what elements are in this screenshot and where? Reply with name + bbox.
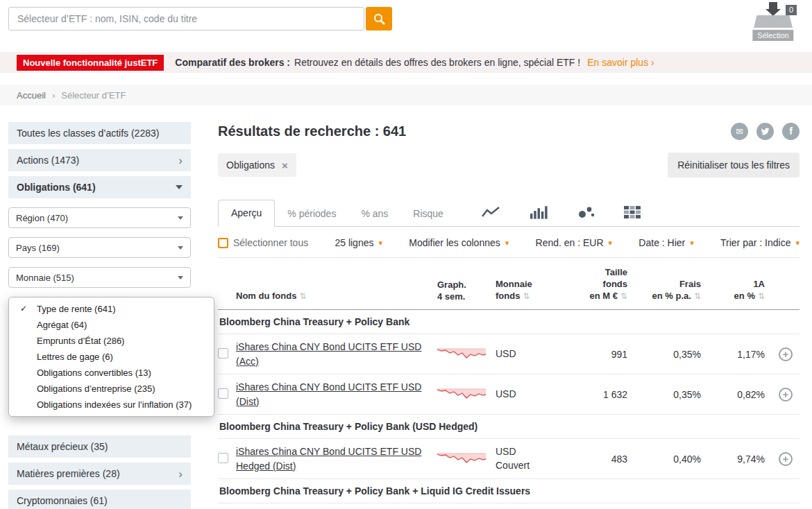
- mail-share-icon[interactable]: ✉: [731, 123, 748, 140]
- chevron-down-icon: [178, 216, 183, 220]
- rows-per-page-value: 25 lignes: [335, 237, 373, 248]
- selection-basket[interactable]: 0 Sélection: [750, 2, 797, 41]
- header-fees[interactable]: Frais en % p.a.⇅: [634, 278, 708, 302]
- line-chart-view-icon[interactable]: [481, 205, 500, 219]
- top-bar: 0 Sélection: [0, 0, 812, 43]
- share-icons: ✉ f: [731, 123, 800, 140]
- row-checkbox[interactable]: [218, 348, 228, 359]
- header-label: Frais: [634, 278, 701, 290]
- search-input[interactable]: [8, 7, 364, 31]
- header-fund-name[interactable]: Nom du fonds⇅: [236, 290, 429, 302]
- header-1y-return[interactable]: 1A en %⇅: [708, 278, 772, 302]
- return-currency-dropdown[interactable]: Rend. en : EUR ▾: [536, 237, 613, 248]
- tab-apercu[interactable]: Aperçu: [218, 200, 275, 227]
- fund-currency: USD: [496, 347, 562, 361]
- fund-name-link[interactable]: iShares China CNY Bond UCITS ETF USD (Ac…: [236, 341, 421, 366]
- sparkline-chart: [437, 451, 486, 467]
- sort-icon: ⇅: [299, 291, 306, 301]
- etf-screener-page: 0 Sélection Nouvelle fonctionnalité just…: [0, 0, 812, 509]
- fund-currency: USD: [496, 388, 562, 402]
- dropdown-option-obligations-inflation[interactable]: Obligations indexées sur l’inflation (37…: [9, 397, 214, 413]
- fund-name-link[interactable]: iShares China CNY Bond UCITS ETF USD (Di…: [236, 381, 421, 406]
- row-checkbox[interactable]: [218, 388, 228, 399]
- dropdown-option-label: Lettres de gage (6): [37, 352, 113, 362]
- reset-filters-button[interactable]: Réinitialiser tous les filtres: [668, 153, 800, 178]
- dropdown-option-lettres-de-gage[interactable]: Lettres de gage (6): [9, 349, 214, 365]
- results-header: Résultats de recherche : 641 ✉ f: [218, 122, 800, 140]
- chevron-down-icon: [176, 185, 183, 189]
- filter-chip-obligations[interactable]: Obligations ×: [218, 153, 296, 177]
- select-all-checkbox[interactable]: [218, 238, 228, 248]
- sidebar-item-metaux-precieux[interactable]: Métaux précieux (35): [8, 435, 191, 458]
- country-select[interactable]: Pays (169): [8, 237, 191, 258]
- date-value: Date : Hier: [638, 237, 685, 248]
- sidebar-item-matieres-premieres[interactable]: Matières premières (28) ›: [8, 463, 191, 485]
- sort-by-dropdown[interactable]: Trier par : Indice ▾: [720, 237, 800, 248]
- sidebar-item-label: Matières premières (28): [17, 468, 120, 479]
- chevron-down-icon: [178, 276, 183, 279]
- etf-search: [8, 7, 392, 31]
- tab-ans[interactable]: % ans: [348, 201, 400, 227]
- fund-fees: 0,35%: [634, 349, 708, 360]
- sidebar-item-all-asset-classes[interactable]: Toutes les classes d’actifs (2283): [8, 122, 191, 144]
- bar-chart-view-icon[interactable]: [530, 205, 548, 219]
- caret-down-icon: ▾: [378, 239, 382, 248]
- header-label: en % p.a.: [652, 291, 691, 301]
- bond-type-dropdown-menu: ✓ Type de rente (641) Agrégat (64) Empru…: [8, 297, 214, 417]
- add-to-selection-button[interactable]: +: [779, 347, 793, 361]
- sidebar-item-actions[interactable]: Actions (1473) ›: [8, 149, 191, 171]
- heatmap-view-icon[interactable]: [624, 205, 641, 219]
- region-select-value: Région (470): [16, 213, 68, 223]
- header-label: Graph.: [437, 279, 496, 291]
- select-all-control[interactable]: Sélectionner tous: [218, 237, 308, 248]
- dropdown-option-label: Type de rente (641): [37, 304, 115, 314]
- index-group-header: Bloomberg China Treasury + Policy Bank +…: [218, 479, 800, 503]
- sidebar-item-cryptomonnaies[interactable]: Cryptomonnaies (61): [8, 490, 191, 509]
- results-table: Nom du fonds⇅ Graph. 4 sem. Monnaie fond…: [218, 258, 800, 503]
- fund-size: 483: [562, 454, 634, 465]
- header-label: en %: [734, 291, 755, 301]
- sort-icon: ⇅: [758, 291, 765, 301]
- currency-select-value: Monnaie (515): [16, 273, 74, 283]
- row-checkbox[interactable]: [218, 453, 228, 463]
- dropdown-option-emprunts-etat[interactable]: Emprunts d’État (286): [9, 333, 214, 349]
- dropdown-option-type-de-rente[interactable]: ✓ Type de rente (641): [9, 301, 214, 317]
- modify-columns-label: Modifier les colonnes: [409, 237, 500, 248]
- twitter-share-icon[interactable]: [756, 123, 774, 140]
- search-button[interactable]: [366, 7, 392, 31]
- sort-icon: ⇅: [620, 291, 627, 301]
- bond-filters: Région (470) Pays (169) Monnaie (515): [8, 207, 191, 288]
- bubble-chart-view-icon[interactable]: [577, 205, 595, 219]
- currency-select[interactable]: Monnaie (515): [8, 267, 191, 288]
- index-group-header: Bloomberg China Treasury + Policy Bank (…: [218, 415, 800, 439]
- tab-periodes[interactable]: % périodes: [275, 201, 348, 227]
- tab-risque[interactable]: Risque: [400, 201, 456, 227]
- search-icon: [373, 13, 385, 25]
- download-arrow-head-icon: [766, 9, 781, 16]
- header-fund-size[interactable]: Taille fonds en M €⇅: [562, 266, 634, 302]
- modify-columns-dropdown[interactable]: Modifier les colonnes ▾: [409, 237, 509, 248]
- breadcrumb-home-link[interactable]: Accueil: [17, 90, 46, 101]
- facebook-share-icon[interactable]: f: [782, 123, 800, 140]
- date-dropdown[interactable]: Date : Hier ▾: [638, 237, 693, 248]
- dropdown-option-agregat[interactable]: Agrégat (64): [9, 317, 214, 333]
- add-to-selection-button[interactable]: +: [779, 452, 793, 466]
- sidebar-item-label: Cryptomonnaies (61): [17, 495, 108, 506]
- dropdown-option-label: Obligations indexées sur l’inflation (37…: [37, 399, 192, 410]
- sparkline-cell: [429, 346, 496, 363]
- table-row: iShares China CNY Bond UCITS ETF USD Hed…: [218, 439, 800, 479]
- add-to-selection-button[interactable]: +: [779, 388, 793, 402]
- sidebar-item-obligations[interactable]: Obligations (641): [8, 176, 191, 198]
- sparkline-cell: [429, 451, 496, 467]
- remove-filter-icon[interactable]: ×: [282, 160, 288, 171]
- header-fund-currency[interactable]: Monnaie fonds⇅: [496, 278, 562, 302]
- dropdown-option-label: Agrégat (64): [37, 320, 87, 330]
- rows-per-page-dropdown[interactable]: 25 lignes ▾: [335, 237, 382, 248]
- learn-more-link[interactable]: En savoir plus ›: [587, 57, 654, 68]
- fund-name-link[interactable]: iShares China CNY Bond UCITS ETF USD Hed…: [236, 446, 421, 471]
- header-label: Nom du fonds: [236, 291, 296, 301]
- dropdown-option-obligations-entreprise[interactable]: Obligations d’entreprise (235): [9, 381, 214, 397]
- dropdown-option-obligations-convertibles[interactable]: Obligations convertibles (13): [9, 365, 214, 381]
- region-select[interactable]: Région (470): [8, 207, 191, 228]
- fund-fees: 0,40%: [634, 454, 708, 465]
